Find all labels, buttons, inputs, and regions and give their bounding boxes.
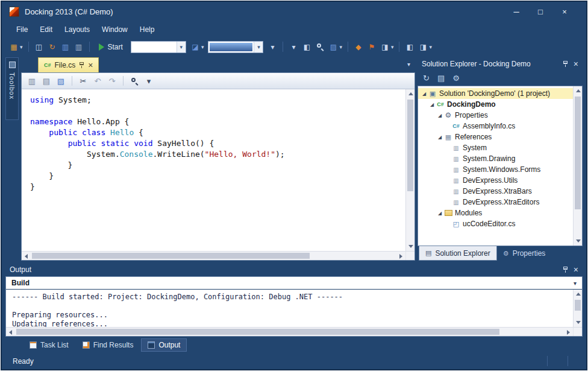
scroll-track[interactable] [406,98,414,242]
menu-item-help[interactable]: Help [134,23,161,36]
properties-icon[interactable]: ⚙ [452,74,460,83]
close-button[interactable]: × [552,7,577,16]
scroll-track[interactable] [574,95,582,236]
pin-icon[interactable] [79,62,84,69]
bottom-tab-find-results[interactable]: Find Results [77,338,140,352]
zoom-caret-icon[interactable]: ▾ [143,75,154,86]
attach-icon[interactable]: ◪ [189,41,201,53]
expander-icon[interactable]: ◢ [428,102,436,107]
tree-row-devexpress-xtraeditors[interactable]: ▥DevExpress.XtraEditors [418,197,573,208]
skin-combo[interactable]: ▾ [208,41,263,53]
zoom-icon[interactable] [129,75,140,86]
toolbox-tab[interactable]: Toolbox [5,57,19,120]
scroll-track[interactable] [574,299,582,318]
tree-row-devexpress-xtrabars[interactable]: ▥DevExpress.XtraBars [418,186,573,197]
tree-vertical-scrollbar[interactable] [573,86,582,246]
save-all-icon[interactable]: ▥ [73,41,85,53]
output-text[interactable]: ------ Build started: Project: DockingDe… [6,290,573,327]
tree-row-solution-dockingdemo-1-project-[interactable]: ◢▣Solution 'DockingDemo' (1 project) [418,88,573,99]
scroll-up-button[interactable] [574,86,583,95]
chevron-down-icon[interactable]: ▾ [177,42,186,52]
document-tab-file-cs[interactable]: C# File.cs × [38,57,99,72]
maximize-button[interactable]: □ [528,7,552,16]
search-icon[interactable] [314,41,326,53]
chevron-down-icon[interactable]: ▾ [339,44,342,50]
save-icon[interactable]: ▥ [27,75,37,86]
chevron-down-icon[interactable]: ▾ [20,44,23,50]
expander-icon[interactable]: ◢ [436,113,443,118]
scroll-left-button[interactable] [22,252,31,261]
tree-row-system[interactable]: ▥System [418,142,573,153]
menu-item-edit[interactable]: Edit [34,23,58,36]
theme-icon[interactable]: ▨ [327,41,339,53]
scroll-right-button[interactable] [564,328,573,337]
close-panel-icon[interactable]: × [574,265,578,274]
menu-item-window[interactable]: Window [96,23,134,36]
expander-icon[interactable]: ◢ [436,211,443,216]
new-panel-icon[interactable]: ◫ [33,41,45,53]
tree-row-dockingdemo[interactable]: ◢C#DockingDemo [418,99,573,110]
scroll-thumb[interactable] [575,97,581,209]
redo-icon[interactable]: ↷ [107,75,117,86]
expander-icon[interactable]: ◢ [421,91,428,97]
save-layout-icon[interactable]: ▥ [60,41,72,53]
output-horizontal-scrollbar[interactable] [6,328,573,336]
scroll-track[interactable] [15,328,564,336]
bottom-tab-output[interactable]: Output [141,338,187,352]
pin-icon[interactable] [563,60,568,68]
copy-icon[interactable]: ▤ [41,75,52,86]
chevron-down-icon[interactable]: ▾ [391,44,394,50]
menu-item-layouts[interactable]: Layouts [58,23,96,36]
scroll-track[interactable] [31,252,396,260]
tab-properties[interactable]: ⚙Properties [497,246,552,261]
tree-row-assemblyinfo-cs[interactable]: C#AssemblyInfo.cs [418,121,573,132]
chevron-down-icon[interactable]: ▾ [429,44,432,50]
editor-vertical-scrollbar[interactable] [405,89,414,251]
scroll-left-button[interactable] [6,328,15,337]
flag-icon[interactable]: ⚑ [366,41,378,53]
scroll-up-button[interactable] [574,290,583,299]
scroll-down-button[interactable] [406,242,415,251]
pin-icon[interactable] [563,266,568,273]
close-panel-icon[interactable]: × [574,60,578,68]
windows-icon[interactable]: ◨ [379,41,391,53]
tab-list-caret-icon[interactable]: ▾ [407,61,410,68]
skin-options-caret-icon[interactable]: ▾ [266,41,278,53]
chevron-down-icon[interactable]: ▾ [201,44,204,50]
undo-icon[interactable]: ↶ [92,75,103,86]
minimize-button[interactable]: ─ [504,7,528,16]
refresh-icon[interactable]: ↻ [423,74,430,83]
close-tab-icon[interactable]: × [88,61,93,69]
tree-row-system-windows-forms[interactable]: ▥System.Windows.Forms [418,164,573,175]
scroll-down-button[interactable] [574,318,583,327]
reset-layout-icon[interactable]: ↻ [46,41,58,53]
float-panel-icon[interactable]: ◧ [301,41,313,53]
view-dropdown-icon[interactable]: ▾ [287,41,299,53]
chevron-down-icon[interactable]: ▾ [574,280,577,287]
start-button[interactable]: Start [94,43,128,51]
bottom-tab-task-list[interactable]: Task List [23,338,75,352]
tree-row-system-drawing[interactable]: ▥System.Drawing [418,153,573,164]
scroll-right-button[interactable] [396,252,405,261]
output-source-combo[interactable]: Build ▾ [6,277,582,290]
tab-solution-explorer[interactable]: ▤Solution Explorer [419,246,497,261]
scroll-thumb[interactable] [407,100,413,191]
editor-horizontal-scrollbar[interactable] [22,252,405,260]
cut-icon[interactable]: ✂ [78,75,89,86]
scroll-thumb[interactable] [16,329,499,335]
layout-combo[interactable]: ▾ [131,41,186,53]
layout-dropdown-icon[interactable]: ▦ [8,41,20,53]
tree-row-uccodeeditor-cs[interactable]: ◰ucCodeEditor.cs [418,218,573,229]
scroll-thumb[interactable] [575,300,581,311]
code-editor[interactable]: using System;namespace Hello.App { publi… [22,89,405,251]
tree-row-properties[interactable]: ◢⚙Properties [418,110,573,121]
palette-icon[interactable]: ◆ [352,41,364,53]
dock-left-icon[interactable]: ◧ [404,41,416,53]
tree-row-devexpress-utils[interactable]: ▥DevExpress.Utils [418,175,573,186]
show-all-files-icon[interactable]: ▤ [437,74,445,83]
scroll-up-button[interactable] [406,89,415,98]
expander-icon[interactable]: ◢ [436,135,443,140]
paste-icon[interactable]: ▧ [55,75,66,86]
scroll-down-button[interactable] [574,236,583,246]
chevron-down-icon[interactable]: ▾ [254,42,263,52]
